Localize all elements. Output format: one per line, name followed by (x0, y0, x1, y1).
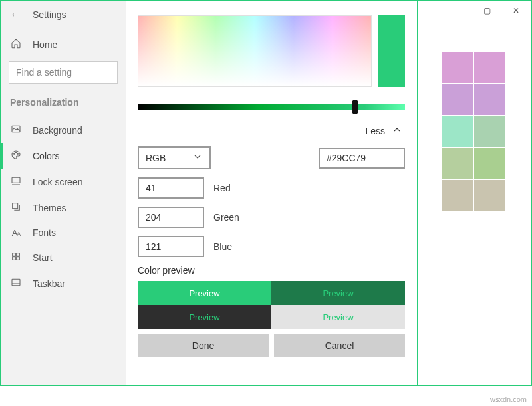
svg-rect-6 (13, 253, 16, 256)
svg-rect-5 (13, 203, 18, 209)
blue-label: Blue (213, 241, 232, 252)
swatch[interactable] (442, 116, 473, 147)
svg-rect-9 (17, 257, 20, 260)
sidebar-item-label: Home (33, 39, 57, 50)
swatch[interactable] (442, 180, 473, 211)
preview-cell: Preview (138, 305, 271, 329)
sidebar-section-label: Personalization (1, 92, 126, 117)
sidebar: ← Settings Home Find a setting Personali… (1, 1, 126, 385)
sidebar-item-colors[interactable]: Colors (1, 143, 126, 169)
hex-input[interactable]: #29CC79 (319, 148, 405, 169)
chevron-down-icon (192, 152, 203, 164)
less-label: Less (365, 126, 385, 136)
picture-icon (10, 124, 22, 136)
taskbar-icon (10, 277, 22, 290)
sidebar-item-label: Background (33, 125, 82, 136)
current-color-swatch (378, 15, 405, 87)
minimize-button[interactable]: — (443, 1, 472, 20)
swatch[interactable] (474, 116, 505, 147)
fonts-icon: AA (10, 228, 22, 238)
window-controls: — ▢ ✕ (443, 1, 531, 20)
svg-point-1 (14, 153, 15, 154)
blue-input[interactable]: 121 (138, 236, 204, 257)
close-button[interactable]: ✕ (501, 1, 531, 20)
recent-swatches (418, 1, 505, 385)
done-button[interactable]: Done (138, 334, 269, 357)
search-input[interactable]: Find a setting (9, 61, 118, 84)
app-title: Settings (33, 9, 66, 20)
green-input[interactable]: 204 (138, 207, 204, 228)
color-preview-title: Color preview (138, 265, 405, 276)
sidebar-item-label: Themes (33, 203, 66, 213)
color-gradient-canvas[interactable] (138, 15, 372, 87)
swatch[interactable] (474, 180, 505, 211)
sidebar-item-background[interactable]: Background (1, 117, 126, 143)
sidebar-item-start[interactable]: Start (1, 245, 126, 270)
preview-cell: Preview (271, 305, 405, 329)
red-input[interactable]: 41 (138, 177, 204, 199)
swatch[interactable] (474, 52, 505, 83)
sidebar-item-label: Lock screen (33, 177, 82, 187)
palette-icon (10, 150, 22, 162)
sidebar-item-home[interactable]: Home (1, 31, 126, 57)
cancel-button[interactable]: Cancel (274, 334, 405, 357)
color-preview-grid: Preview Preview Preview Preview (138, 281, 405, 329)
watermark: wsxdn.com (490, 395, 527, 403)
red-label: Red (213, 183, 231, 193)
svg-point-2 (15, 152, 16, 153)
themes-icon (10, 201, 22, 214)
svg-rect-4 (12, 177, 20, 183)
sidebar-item-label: Taskbar (33, 278, 65, 289)
lockscreen-icon (10, 175, 22, 188)
swatch[interactable] (442, 148, 473, 179)
value-slider[interactable] (138, 104, 405, 110)
swatch[interactable] (442, 52, 473, 83)
svg-point-3 (17, 153, 18, 154)
sidebar-item-label: Fonts (33, 227, 56, 238)
preview-cell: Preview (271, 281, 405, 305)
color-mode-dropdown[interactable]: RGB (138, 146, 211, 169)
sidebar-item-taskbar[interactable]: Taskbar (1, 270, 126, 296)
svg-rect-7 (17, 253, 20, 256)
svg-rect-8 (13, 257, 16, 260)
sidebar-item-label: Start (33, 253, 53, 263)
sidebar-item-label: Colors (33, 151, 59, 161)
chevron-up-icon (392, 124, 402, 137)
preview-cell: Preview (138, 281, 271, 305)
less-toggle[interactable]: Less (138, 124, 405, 137)
svg-rect-10 (12, 279, 20, 285)
swatch[interactable] (474, 148, 505, 179)
green-label: Green (213, 212, 239, 223)
color-picker-panel: Less RGB #29CC79 41 Red (126, 1, 418, 385)
back-icon[interactable]: ← (10, 9, 21, 21)
start-icon (10, 251, 22, 264)
sidebar-item-themes[interactable]: Themes (1, 195, 126, 221)
maximize-button[interactable]: ▢ (472, 1, 501, 20)
slider-thumb[interactable] (352, 100, 358, 114)
swatch[interactable] (442, 84, 473, 115)
color-mode-value: RGB (146, 153, 166, 163)
home-icon (10, 38, 22, 51)
swatch[interactable] (474, 84, 505, 115)
sidebar-item-lockscreen[interactable]: Lock screen (1, 169, 126, 195)
sidebar-item-fonts[interactable]: AA Fonts (1, 221, 126, 245)
